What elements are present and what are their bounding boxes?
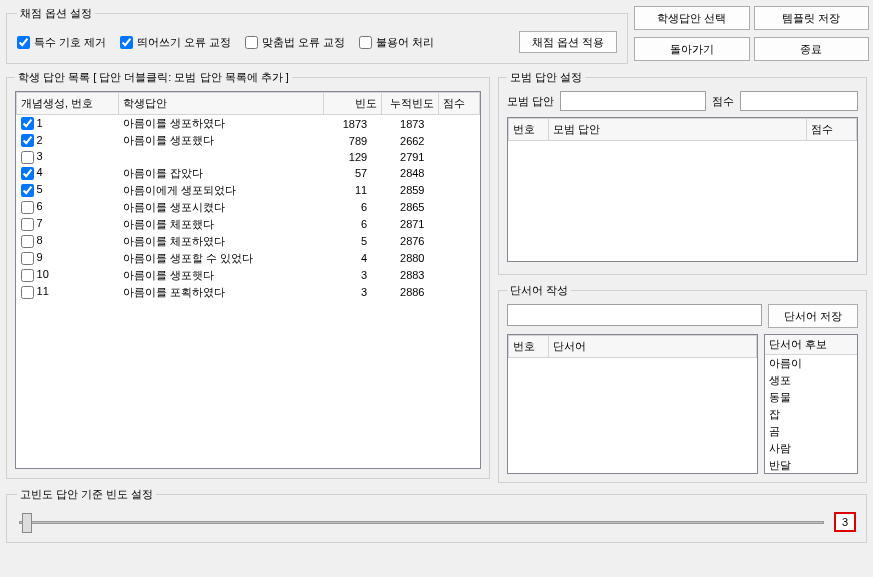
fix-stopword-check[interactable]: 불용어 처리 bbox=[359, 35, 434, 50]
row-checkbox[interactable] bbox=[21, 201, 34, 214]
row-score bbox=[439, 182, 480, 199]
row-checkbox[interactable] bbox=[21, 269, 34, 282]
clue-header-num[interactable]: 번호 bbox=[509, 336, 549, 358]
candidate-item[interactable]: 생포 bbox=[765, 372, 857, 389]
row-answer: 아름이를 잡았다 bbox=[119, 165, 324, 182]
row-freq: 5 bbox=[324, 233, 381, 250]
model-header-answer[interactable]: 모범 답안 bbox=[549, 119, 807, 141]
table-row[interactable]: 9아름이를 생포할 수 있었다42880 bbox=[17, 250, 480, 267]
apply-scoring-button[interactable]: 채점 옵션 적용 bbox=[519, 31, 617, 53]
candidate-item[interactable]: 아름이 bbox=[765, 355, 857, 372]
row-checkbox[interactable] bbox=[21, 252, 34, 265]
candidate-item[interactable]: 잡 bbox=[765, 406, 857, 423]
freq-slider[interactable] bbox=[19, 512, 824, 532]
table-row[interactable]: 2아름이를 생포했다7892662 bbox=[17, 132, 480, 149]
model-header-num[interactable]: 번호 bbox=[509, 119, 549, 141]
clue-table-container[interactable]: 번호 단서어 bbox=[507, 334, 758, 474]
row-answer bbox=[119, 149, 324, 165]
row-score bbox=[439, 115, 480, 133]
row-answer: 아름이를 생포했다 bbox=[119, 132, 324, 149]
student-answer-table-container[interactable]: 개념생성, 번호 학생답안 빈도 누적빈도 점수 1아름이를 생포하였다1873… bbox=[15, 91, 481, 469]
score-input[interactable] bbox=[740, 91, 858, 111]
table-row[interactable]: 10아름이를 생포햇다32883 bbox=[17, 267, 480, 284]
model-answer-legend: 모범 답안 설정 bbox=[507, 70, 585, 85]
model-answer-input[interactable] bbox=[560, 91, 706, 111]
exit-button[interactable]: 종료 bbox=[754, 37, 870, 61]
table-row[interactable]: 11아름이를 포획하였다32886 bbox=[17, 284, 480, 301]
table-row[interactable]: 1아름이를 생포하였다18731873 bbox=[17, 115, 480, 133]
header-answer[interactable]: 학생답안 bbox=[119, 93, 324, 115]
go-back-button[interactable]: 돌아가기 bbox=[634, 37, 750, 61]
freq-value-display: 3 bbox=[834, 512, 856, 532]
table-row[interactable]: 31292791 bbox=[17, 149, 480, 165]
freq-setting-fieldset: 고빈도 답안 기준 빈도 설정 3 bbox=[6, 487, 867, 543]
row-score bbox=[439, 199, 480, 216]
model-answer-table-container[interactable]: 번호 모범 답안 점수 bbox=[507, 117, 858, 262]
row-freq: 6 bbox=[324, 199, 381, 216]
model-answer-fieldset: 모범 답안 설정 모범 답안 점수 번호 모범 답안 점수 bbox=[498, 70, 867, 275]
row-checkbox[interactable] bbox=[21, 134, 34, 147]
row-checkbox[interactable] bbox=[21, 151, 34, 164]
fix-stopword-checkbox[interactable] bbox=[359, 36, 372, 49]
candidate-list[interactable]: 단서어 후보 아름이생포동물잡곰사람반달추적 bbox=[764, 334, 858, 474]
row-checkbox[interactable] bbox=[21, 184, 34, 197]
fix-spacing-checkbox[interactable] bbox=[120, 36, 133, 49]
row-score bbox=[439, 132, 480, 149]
select-student-answer-button[interactable]: 학생답안 선택 bbox=[634, 6, 750, 30]
row-cum: 2662 bbox=[381, 132, 438, 149]
table-row[interactable]: 5아름이에게 생포되었다112859 bbox=[17, 182, 480, 199]
candidate-item[interactable]: 사람 bbox=[765, 440, 857, 457]
header-score[interactable]: 점수 bbox=[439, 93, 480, 115]
student-list-legend: 학생 답안 목록 [ 답안 더블클릭: 모범 답안 목록에 추가 ] bbox=[15, 70, 292, 85]
model-answer-table: 번호 모범 답안 점수 bbox=[508, 118, 857, 141]
row-cum: 2886 bbox=[381, 284, 438, 301]
header-cum-freq[interactable]: 누적빈도 bbox=[381, 93, 438, 115]
row-cum: 2880 bbox=[381, 250, 438, 267]
fix-spelling-check[interactable]: 맞춤법 오류 교정 bbox=[245, 35, 345, 50]
row-freq: 6 bbox=[324, 216, 381, 233]
row-answer: 아름이를 체포하였다 bbox=[119, 233, 324, 250]
header-freq[interactable]: 빈도 bbox=[324, 93, 381, 115]
row-answer: 아름이에게 생포되었다 bbox=[119, 182, 324, 199]
row-checkbox[interactable] bbox=[21, 117, 34, 130]
row-cum: 2876 bbox=[381, 233, 438, 250]
table-row[interactable]: 6아름이를 생포시켰다62865 bbox=[17, 199, 480, 216]
table-row[interactable]: 4아름이를 잡았다572848 bbox=[17, 165, 480, 182]
row-checkbox[interactable] bbox=[21, 286, 34, 299]
row-checkbox[interactable] bbox=[21, 235, 34, 248]
fix-spacing-check[interactable]: 띄어쓰기 오류 교정 bbox=[120, 35, 231, 50]
score-label: 점수 bbox=[712, 94, 734, 109]
row-score bbox=[439, 267, 480, 284]
save-clue-button[interactable]: 단서어 저장 bbox=[768, 304, 858, 328]
clue-table: 번호 단서어 bbox=[508, 335, 757, 358]
student-answer-list-fieldset: 학생 답안 목록 [ 답안 더블클릭: 모범 답안 목록에 추가 ] 개념생성,… bbox=[6, 70, 490, 479]
row-checkbox[interactable] bbox=[21, 218, 34, 231]
candidate-item[interactable]: 곰 bbox=[765, 423, 857, 440]
freq-legend: 고빈도 답안 기준 빈도 설정 bbox=[17, 487, 156, 502]
candidate-item[interactable]: 동물 bbox=[765, 389, 857, 406]
row-score bbox=[439, 250, 480, 267]
row-answer: 아름이를 생포할 수 있었다 bbox=[119, 250, 324, 267]
row-checkbox[interactable] bbox=[21, 167, 34, 180]
row-cum: 2883 bbox=[381, 267, 438, 284]
table-row[interactable]: 8아름이를 체포하였다52876 bbox=[17, 233, 480, 250]
row-freq: 11 bbox=[324, 182, 381, 199]
row-cum: 2848 bbox=[381, 165, 438, 182]
candidate-item[interactable]: 반달 bbox=[765, 457, 857, 474]
row-score bbox=[439, 149, 480, 165]
row-answer: 아름이를 체포했다 bbox=[119, 216, 324, 233]
row-cum: 2791 bbox=[381, 149, 438, 165]
model-header-score[interactable]: 점수 bbox=[807, 119, 857, 141]
clue-word-input[interactable] bbox=[507, 304, 762, 326]
fix-spelling-checkbox[interactable] bbox=[245, 36, 258, 49]
clue-header-word[interactable]: 단서어 bbox=[549, 336, 757, 358]
remove-special-checkbox[interactable] bbox=[17, 36, 30, 49]
row-answer: 아름이를 생포하였다 bbox=[119, 115, 324, 133]
header-gen-num[interactable]: 개념생성, 번호 bbox=[17, 93, 119, 115]
table-row[interactable]: 7아름이를 체포했다62871 bbox=[17, 216, 480, 233]
clue-legend: 단서어 작성 bbox=[507, 283, 571, 298]
save-template-button[interactable]: 템플릿 저장 bbox=[754, 6, 870, 30]
candidate-header: 단서어 후보 bbox=[765, 335, 857, 355]
model-answer-label: 모범 답안 bbox=[507, 94, 554, 109]
remove-special-check[interactable]: 특수 기호 제거 bbox=[17, 35, 106, 50]
